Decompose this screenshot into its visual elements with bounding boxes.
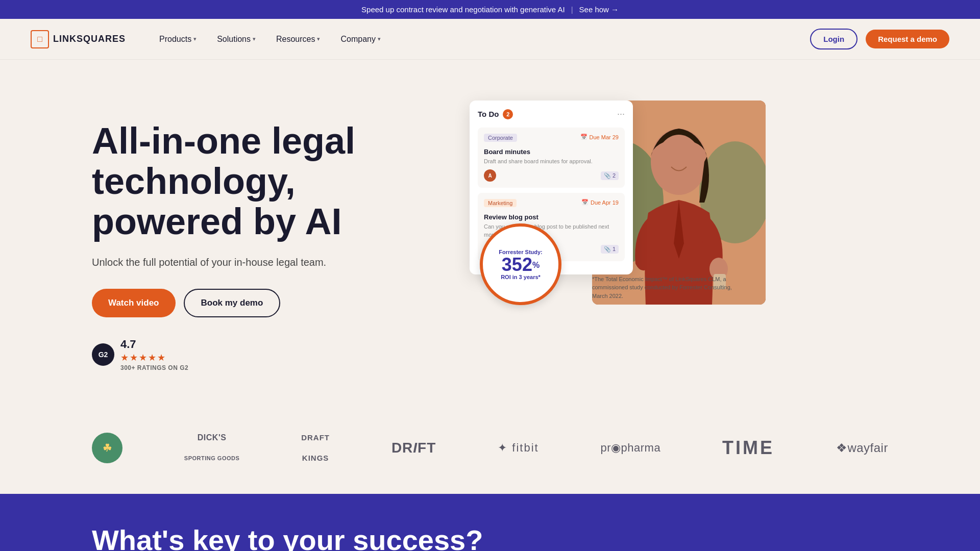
- bottom-title: What's key to your success?: [92, 524, 888, 551]
- draftkings-subtext: KINGS: [302, 448, 329, 468]
- drift-text: DRIFT: [391, 438, 436, 458]
- hero-title: All-in-one legal technology, powered by …: [92, 121, 449, 242]
- forrester-number-row: 352%: [502, 256, 540, 274]
- hero-buttons: Watch video Book my demo: [92, 289, 449, 317]
- task-header: To Do 2 ···: [478, 109, 625, 119]
- task-menu-icon[interactable]: ···: [617, 109, 625, 119]
- banner-cta[interactable]: See how →: [579, 5, 619, 14]
- task-count: 2: [503, 109, 513, 119]
- chevron-down-icon: ▾: [193, 36, 197, 42]
- forrester-percent: %: [532, 260, 540, 269]
- nav-products[interactable]: Products ▾: [151, 31, 205, 48]
- task-desc-1: Draft and share board minutes for approv…: [484, 158, 619, 165]
- logo-celtics: ☘: [92, 433, 122, 463]
- attachment-icon: 📎: [604, 246, 611, 253]
- logo-link[interactable]: □ LINKSQUARES: [31, 30, 126, 48]
- propharma-text: pr◉pharma: [601, 438, 661, 458]
- task-panel-title: To Do: [478, 110, 499, 118]
- task-due-2: 📅 Due Apr 19: [581, 199, 619, 206]
- forrester-number: 352: [502, 254, 532, 275]
- task-footer-1: A 📎 2: [484, 169, 619, 182]
- logo-text: LINKSQUARES: [53, 34, 126, 44]
- nav-solutions[interactable]: Solutions ▾: [209, 31, 264, 48]
- nav-links: Products ▾ Solutions ▾ Resources ▾ Compa…: [151, 31, 810, 48]
- task-badge-1: 📎 2: [601, 171, 619, 180]
- task-title-row: To Do 2: [478, 109, 513, 119]
- g2-score: 4.7: [120, 338, 188, 351]
- draftkings-text: DRAFT: [301, 428, 330, 448]
- forrester-note: *The Total Economic Impact™ of LinkSquar…: [592, 275, 735, 300]
- calendar-icon: 📅: [580, 134, 587, 140]
- task-name-2: Review blog post: [484, 213, 619, 221]
- time-text: TIME: [722, 438, 774, 458]
- forrester-sub: ROI in 3 years*: [501, 274, 541, 280]
- chevron-down-icon: ▾: [253, 36, 256, 42]
- hero-section: All-in-one legal technology, powered by …: [0, 60, 980, 402]
- hero-subtitle: Unlock the full potential of your in-hou…: [92, 257, 449, 268]
- logo-dicks: DICK'S SPORTING GOODS: [184, 428, 239, 468]
- nav-actions: Login Request a demo: [810, 29, 949, 49]
- svg-point-4: [657, 135, 700, 184]
- navbar: □ LINKSQUARES Products ▾ Solutions ▾ Res…: [0, 19, 980, 60]
- watch-video-button[interactable]: Watch video: [92, 289, 176, 317]
- g2-badge: G2: [92, 343, 114, 366]
- login-button[interactable]: Login: [810, 29, 857, 49]
- request-demo-button[interactable]: Request a demo: [866, 30, 949, 48]
- rating-stars: ★★★★★: [120, 352, 188, 363]
- logo-icon: □: [31, 30, 49, 48]
- bottom-section: What's key to your success?: [0, 494, 980, 551]
- g2-count: 300+ RATINGS ON G2: [120, 364, 188, 371]
- banner-text: Speed up contract review and negotiation…: [361, 5, 565, 14]
- g2-rating: G2 4.7 ★★★★★ 300+ RATINGS ON G2: [92, 338, 449, 371]
- logo-time: TIME: [722, 438, 774, 458]
- logo-wayfair: ❖wayfair: [836, 438, 888, 458]
- logo-propharma: pr◉pharma: [601, 438, 661, 458]
- banner-separator: |: [571, 5, 573, 14]
- forrester-circle: Forrester Study: 352% ROI in 3 years*: [480, 223, 561, 305]
- dicks-subtext: SPORTING GOODS: [184, 448, 239, 468]
- attachment-icon: 📎: [604, 172, 611, 179]
- task-tag-marketing: Marketing: [484, 199, 517, 207]
- top-banner: Speed up contract review and negotiation…: [0, 0, 980, 19]
- task-name-1: Board minutes: [484, 148, 619, 156]
- nav-company[interactable]: Company ▾: [332, 31, 388, 48]
- hero-left: All-in-one legal technology, powered by …: [92, 101, 449, 371]
- logo-drift: DRIFT: [391, 438, 436, 458]
- wayfair-text: ❖wayfair: [836, 438, 888, 458]
- logos-section: ☘ DICK'S SPORTING GOODS DRAFT KINGS DRIF…: [0, 402, 980, 494]
- fitbit-text: ✦ fitbit: [498, 438, 538, 458]
- task-avatar-1: A: [484, 169, 496, 182]
- logo-fitbit: ✦ fitbit: [498, 438, 538, 458]
- task-due-1: 📅 Due Mar 29: [580, 134, 619, 140]
- calendar-icon: 📅: [581, 199, 589, 206]
- hero-right: To Do 2 ··· Corporate 📅 Due Mar 29 Board…: [470, 101, 735, 274]
- task-item-1: Corporate 📅 Due Mar 29 Board minutes Dra…: [478, 128, 625, 188]
- book-demo-button[interactable]: Book my demo: [184, 289, 281, 317]
- logo-draftkings: DRAFT KINGS: [301, 428, 330, 468]
- chevron-down-icon: ▾: [317, 36, 320, 42]
- celtics-icon: ☘: [92, 433, 122, 463]
- nav-resources[interactable]: Resources ▾: [268, 31, 328, 48]
- dicks-text: DICK'S: [198, 428, 227, 448]
- chevron-down-icon: ▾: [378, 36, 381, 42]
- task-badge-2: 📎 1: [601, 245, 619, 254]
- task-tag-corporate: Corporate: [484, 134, 517, 142]
- g2-info: 4.7 ★★★★★ 300+ RATINGS ON G2: [120, 338, 188, 371]
